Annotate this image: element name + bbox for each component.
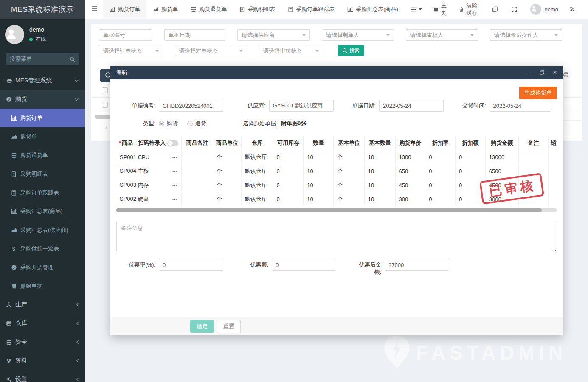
fastadmin-watermark: FASTADMIN bbox=[384, 335, 567, 370]
type-radio-purchase[interactable] bbox=[159, 121, 164, 126]
table-row[interactable]: SP004 主板⋯ 个 默认仓库 0 10 个 10 650 0 0 6500 bbox=[116, 164, 557, 178]
filter-auditor-select[interactable]: 请选择审核人 bbox=[406, 29, 478, 41]
tab-order-tracking[interactable]: 采购订单跟踪表 bbox=[281, 0, 341, 19]
product-name: SP004 主板 bbox=[120, 167, 149, 175]
search-button[interactable]: 搜索 bbox=[338, 45, 364, 56]
settings-gears-button[interactable] bbox=[564, 0, 583, 19]
filter-last-operator-select[interactable]: 请选择最后操作人 bbox=[490, 29, 562, 41]
barcode-scan-toggle[interactable] bbox=[167, 140, 178, 146]
person-icon bbox=[5, 28, 24, 42]
discount-amount-label: 优惠额: bbox=[229, 259, 272, 271]
table-row[interactable]: SP001 CPU⋯ 个 默认仓库 0 10 个 10 1300 0 0 130… bbox=[116, 150, 557, 164]
sidebar-item-payment-list[interactable]: $ 采购付款一览表 bbox=[0, 239, 85, 258]
sidebar-item-mes-root[interactable]: MES管理系统 bbox=[0, 71, 85, 90]
sidebar-toggle-button[interactable] bbox=[85, 0, 103, 19]
image-box-icon bbox=[6, 320, 15, 326]
sidebar-group-settings[interactable]: 设置 bbox=[0, 370, 85, 382]
attached-docs-count: 附单据0张 bbox=[281, 120, 306, 127]
person-icon bbox=[530, 5, 541, 14]
more-button[interactable]: ⋯ bbox=[169, 168, 178, 174]
sidebar-group-warehouse[interactable]: 仓库 bbox=[0, 314, 85, 333]
dialog-header[interactable]: 编辑 ─ ✕ bbox=[110, 66, 563, 79]
more-button[interactable]: ⋯ bbox=[169, 154, 178, 160]
ok-button[interactable]: 确定 bbox=[190, 320, 214, 333]
bar-chart-icon bbox=[347, 6, 353, 12]
filter-audit-status-select[interactable]: 请选择审核状态 bbox=[259, 45, 323, 56]
caret-down-icon bbox=[239, 50, 243, 52]
bill-no-input[interactable] bbox=[159, 100, 223, 112]
minimize-icon[interactable]: ─ bbox=[527, 70, 531, 75]
database-icon bbox=[191, 6, 197, 12]
col-warehouse: 仓库 bbox=[241, 136, 273, 150]
sidebar-item-original-docs[interactable]: 原始单据 bbox=[0, 277, 85, 295]
supplier-input[interactable] bbox=[269, 100, 334, 112]
type-radio-return[interactable] bbox=[187, 121, 193, 126]
file-text-icon bbox=[239, 7, 245, 12]
filter-bill-date-input[interactable]: 单据日期 bbox=[164, 29, 225, 41]
tab-purchase-order[interactable]: 购货订单 bbox=[103, 0, 146, 19]
filter-match-status-select[interactable]: 请选择对单状态 bbox=[175, 45, 247, 56]
table-horizontal-scrollbar[interactable] bbox=[116, 208, 557, 212]
col-product-unit: 商品单位 bbox=[213, 136, 242, 150]
delivery-date-input[interactable] bbox=[490, 100, 551, 112]
dollar-icon: $ bbox=[11, 246, 20, 252]
copy-docs-button[interactable] bbox=[487, 0, 506, 19]
copy-icon bbox=[492, 6, 498, 12]
scrollbar-thumb[interactable] bbox=[116, 208, 542, 212]
user-menu[interactable]: demo bbox=[525, 0, 564, 19]
sidebar-group-production[interactable]: 生产 bbox=[0, 295, 85, 314]
final-amount-input[interactable] bbox=[385, 259, 449, 271]
tab-purchase-detail[interactable]: 采购明细表 bbox=[233, 0, 281, 19]
discount-rate-input[interactable] bbox=[159, 259, 223, 271]
close-icon[interactable]: ✕ bbox=[553, 70, 557, 75]
tab-purchase-return[interactable]: 购货退货单 bbox=[184, 0, 233, 19]
final-amount-label: 优惠后金 额: bbox=[342, 259, 385, 275]
tab-list-dropdown-button[interactable] bbox=[405, 0, 428, 19]
chevron-left-icon bbox=[76, 377, 79, 382]
table-right-rows bbox=[560, 86, 582, 155]
sidebar-item-purchase-return[interactable]: 购货退货单 bbox=[0, 146, 85, 165]
sidebar-item-summary-product[interactable]: 采购汇总表(商品) bbox=[0, 202, 85, 221]
sidebar-item-purchase-bill[interactable]: 购货单 bbox=[0, 127, 85, 146]
restore-icon[interactable] bbox=[540, 70, 544, 75]
reset-button[interactable]: 重置 bbox=[217, 320, 241, 333]
sidebar-item-purchase-detail[interactable]: 采购明细表 bbox=[0, 165, 85, 183]
home-button[interactable]: 主页 bbox=[428, 0, 453, 19]
filter-supplier-select[interactable]: 请选择供应商 bbox=[237, 29, 310, 41]
purchase-group-icon bbox=[6, 96, 15, 102]
sidebar-group-purchase[interactable]: 购货 bbox=[0, 90, 85, 109]
bill-date-input[interactable] bbox=[379, 100, 444, 112]
tab-summary-product[interactable]: 采购汇总表(商品) bbox=[341, 0, 405, 19]
caret-down-icon bbox=[386, 34, 390, 37]
row-checkbox[interactable] bbox=[102, 87, 108, 93]
sidebar-item-summary-supplier[interactable]: 采购汇总表(供应商) bbox=[0, 221, 85, 239]
product-name: SP002 硬盘 bbox=[120, 195, 149, 203]
filter-order-status-select[interactable]: 请选择订单状态 bbox=[99, 45, 163, 56]
clear-cache-button[interactable]: 清除缓存 bbox=[453, 0, 487, 19]
filter-bill-no-input[interactable]: 单据编号 bbox=[99, 29, 152, 41]
generate-purchase-bill-button[interactable]: 生成购货单 bbox=[519, 87, 557, 99]
file-text-icon bbox=[11, 171, 20, 177]
filter-creator-select[interactable]: 请选择制单人 bbox=[322, 29, 394, 41]
more-button[interactable]: ⋯ bbox=[169, 196, 178, 202]
search-icon bbox=[342, 48, 348, 53]
more-button[interactable]: ⋯ bbox=[169, 182, 178, 188]
sidebar-item-invoice-mgmt[interactable]: 采购开票管理 bbox=[0, 258, 85, 277]
tab-purchase-bill[interactable]: 购货单 bbox=[146, 0, 184, 19]
remark-textarea[interactable] bbox=[116, 221, 557, 252]
search-icon[interactable] bbox=[70, 56, 75, 62]
caret-down-icon bbox=[155, 50, 159, 52]
choose-original-doc-link[interactable]: 选择原始单据 bbox=[243, 120, 276, 127]
chevron-left-icon bbox=[76, 359, 79, 363]
sidebar-item-purchase-order[interactable]: 购货订单 bbox=[0, 109, 85, 127]
sidebar-item-order-tracking[interactable]: 采购订单跟踪表 bbox=[0, 183, 85, 202]
discount-amount-input[interactable] bbox=[272, 259, 336, 271]
sidebar-group-data[interactable]: 资料 bbox=[0, 351, 85, 370]
sidebar-search-input[interactable]: 搜索菜单 bbox=[6, 53, 79, 65]
sidebar-group-funds[interactable]: 资金 bbox=[0, 333, 85, 351]
row-checkbox[interactable] bbox=[102, 102, 108, 108]
user-name: demo bbox=[29, 26, 46, 33]
col-unit-price: 购货单价 bbox=[395, 136, 425, 150]
fullscreen-button[interactable] bbox=[506, 0, 525, 19]
type-label: 类型: bbox=[116, 118, 159, 129]
